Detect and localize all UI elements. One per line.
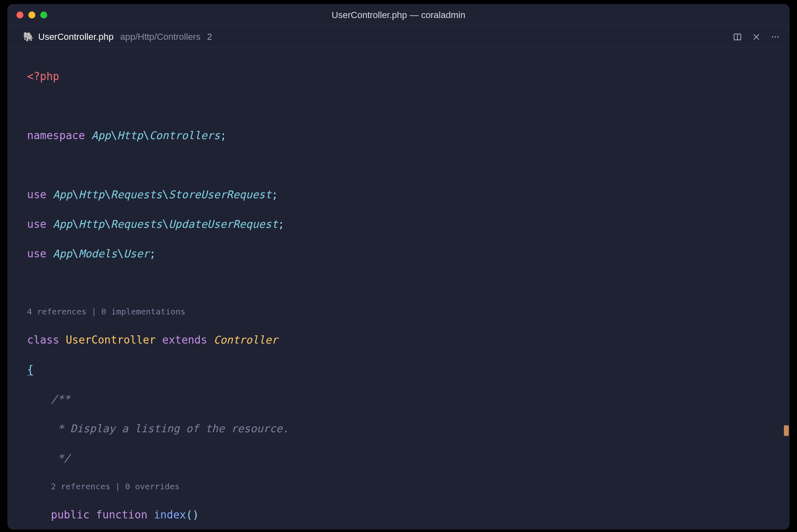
kw-public: public <box>51 509 90 521</box>
minimize-window-button[interactable] <box>28 11 35 18</box>
ns-storeuserrequest: StoreUserRequest <box>168 188 271 201</box>
ns-user: User <box>124 248 150 260</box>
editor-window: UserController.php — coraladmin 🐘 UserCo… <box>7 4 790 530</box>
close-tab-icon[interactable] <box>749 30 763 44</box>
tab-bar: 🐘 UserController.php app/Http/Controller… <box>7 26 790 48</box>
kw-class: class <box>27 334 59 346</box>
tab-filename: UserController.php <box>38 32 113 42</box>
ns-controllers: Controllers <box>149 129 220 142</box>
svg-point-6 <box>777 36 779 37</box>
window-title: UserController.php — coraladmin <box>7 10 790 21</box>
codelens-index[interactable]: 2 references | 0 overrides <box>27 480 790 493</box>
zoom-window-button[interactable] <box>40 11 47 18</box>
ns-updateuserrequest: UpdateUserRequest <box>168 218 278 230</box>
docblock-open: /** <box>51 393 70 405</box>
kw-function: function <box>96 509 147 521</box>
code-editor[interactable]: <?php namespace App\Http\Controllers; us… <box>7 48 790 530</box>
php-elephant-icon: 🐘 <box>23 32 34 42</box>
svg-point-4 <box>772 36 773 37</box>
kw-extends: extends <box>162 334 207 346</box>
type-controller: Controller <box>214 334 278 346</box>
tab-problem-badge: 2 <box>207 32 212 42</box>
type-usercontroller: UserController <box>66 334 156 346</box>
tab-usercontroller[interactable]: 🐘 UserController.php app/Http/Controller… <box>23 32 212 42</box>
ns-http: Http <box>117 129 143 142</box>
docblock-close: */ <box>51 452 70 464</box>
kw-use: use <box>27 188 46 201</box>
codelens-class[interactable]: 4 references | 0 implementations <box>27 305 790 318</box>
close-window-button[interactable] <box>16 11 23 18</box>
docblock-index: * Display a listing of the resource. <box>51 422 289 435</box>
brace-open: { <box>27 363 34 376</box>
more-actions-icon[interactable] <box>768 30 782 44</box>
tab-path: app/Http/Controllers <box>120 32 200 42</box>
split-editor-icon[interactable] <box>730 30 744 44</box>
svg-point-5 <box>775 36 776 37</box>
ns-app: App <box>92 129 111 142</box>
kw-namespace: namespace <box>27 129 85 142</box>
fn-index: index <box>154 509 186 521</box>
scrollbar-thumb[interactable] <box>784 425 789 436</box>
titlebar: UserController.php — coraladmin <box>7 4 790 26</box>
traffic-lights <box>7 11 47 18</box>
php-open-tag: <?php <box>27 70 59 83</box>
